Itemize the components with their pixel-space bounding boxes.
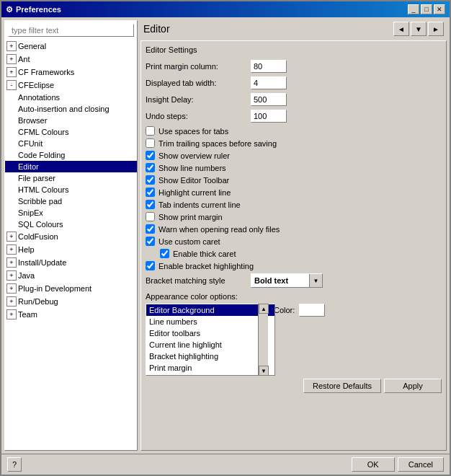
- window-icon: ⚙: [6, 5, 13, 14]
- help-button[interactable]: ?: [7, 457, 22, 472]
- sidebar-item-run-debug[interactable]: + Run/Debug: [5, 295, 137, 308]
- expand-icon[interactable]: -: [6, 80, 17, 90]
- checkbox-show-print-margin-input[interactable]: [146, 212, 155, 221]
- sidebar-item-label: Editor: [18, 162, 39, 171]
- field-input-undo-steps[interactable]: [251, 110, 287, 123]
- color-list[interactable]: Editor Background Line numbers Editor to…: [146, 304, 275, 376]
- appearance-area: Editor Background Line numbers Editor to…: [146, 304, 442, 376]
- checkbox-tab-indents-input[interactable]: [146, 200, 155, 209]
- sidebar-item-sql-colours[interactable]: SQL Colours: [5, 219, 137, 230]
- expand-icon[interactable]: +: [6, 257, 17, 268]
- list-item[interactable]: Line numbers: [146, 316, 274, 327]
- expand-icon[interactable]: +: [6, 54, 17, 64]
- field-row-print-margin: Print margin column:: [146, 60, 442, 73]
- list-item[interactable]: Editor Background: [146, 304, 274, 316]
- sidebar-item-java[interactable]: + Java: [5, 269, 137, 282]
- checkbox-bracket-highlighting-input[interactable]: [146, 261, 155, 270]
- field-input-print-margin[interactable]: [251, 60, 287, 73]
- sidebar-item-label: Run/Debug: [18, 297, 58, 306]
- checkbox-show-overview: Show overview ruler: [146, 151, 442, 160]
- checkbox-show-line-numbers-input[interactable]: [146, 163, 155, 172]
- ok-button[interactable]: OK: [352, 457, 395, 472]
- list-item[interactable]: Editor toolbars: [146, 327, 274, 339]
- apply-button[interactable]: Apply: [384, 379, 442, 393]
- expand-icon[interactable]: +: [6, 270, 17, 281]
- checkbox-use-spaces-input[interactable]: [146, 126, 155, 136]
- sidebar-item-file-parser[interactable]: File parser: [5, 172, 137, 184]
- scroll-down-button[interactable]: ▼: [259, 366, 269, 376]
- bracket-matching-select[interactable]: Bold text ▼: [251, 273, 323, 288]
- restore-defaults-button[interactable]: Restore Defaults: [303, 379, 381, 393]
- list-item[interactable]: Current line highlight: [146, 339, 274, 351]
- nav-dropdown-button[interactable]: ▼: [411, 22, 427, 36]
- minimize-button[interactable]: _: [408, 4, 419, 14]
- checkbox-trim-trailing-input[interactable]: [146, 138, 155, 148]
- sidebar-item-cf-frameworks[interactable]: + CF Frameworks: [5, 66, 137, 79]
- checkbox-show-editor-toolbar-input[interactable]: [146, 175, 155, 185]
- preferences-window: ⚙ Preferences _ □ ✕ + General: [0, 0, 451, 476]
- scrollbar[interactable]: ▲ ▼: [258, 304, 268, 376]
- sidebar-item-coldfusion[interactable]: + ColdFusion: [5, 230, 137, 243]
- checkbox-enable-thick-caret-input[interactable]: [160, 249, 169, 258]
- expand-icon[interactable]: +: [6, 296, 17, 307]
- field-input-insight-delay[interactable]: [251, 93, 287, 106]
- title-bar-buttons: _ □ ✕: [408, 4, 445, 14]
- list-item[interactable]: Bracket highlighting: [146, 351, 274, 362]
- sidebar-item-label: HTML Colours: [18, 185, 69, 194]
- sidebar-item-browser[interactable]: Browser: [5, 115, 137, 126]
- checkbox-use-custom-caret-input[interactable]: [146, 237, 155, 246]
- checkbox-warn-readonly-label: Warn when opening read only files: [158, 225, 280, 234]
- sidebar-item-code-folding[interactable]: Code Folding: [5, 149, 137, 161]
- sidebar-item-label: File parser: [18, 174, 55, 182]
- sidebar-item-html-colours[interactable]: HTML Colours: [5, 184, 137, 195]
- list-item[interactable]: Print margin: [146, 362, 274, 374]
- checkbox-show-overview-label: Show overview ruler: [158, 151, 230, 160]
- sidebar-item-team[interactable]: + Team: [5, 308, 137, 321]
- checkbox-warn-readonly-input[interactable]: [146, 224, 155, 234]
- scroll-up-button[interactable]: ▲: [259, 304, 269, 314]
- maximize-button[interactable]: □: [421, 4, 432, 14]
- sidebar-item-cfml-colours[interactable]: CFML Colours: [5, 126, 137, 138]
- sidebar-item-cfeclipse[interactable]: - CFEclipse: [5, 79, 137, 92]
- sidebar-item-label: Help: [18, 245, 35, 254]
- sidebar-item-plugin-dev[interactable]: + Plug-in Development: [5, 282, 137, 295]
- sidebar-item-annotations[interactable]: Annotations: [5, 92, 137, 103]
- close-button[interactable]: ✕: [434, 4, 445, 14]
- checkbox-use-custom-caret: Use custom caret: [146, 237, 442, 246]
- checkbox-highlight-current-input[interactable]: [146, 188, 155, 197]
- nav-forward-button[interactable]: ►: [428, 22, 444, 36]
- field-label-insight-delay: Insight Delay:: [146, 95, 246, 104]
- expand-icon[interactable]: +: [6, 67, 17, 77]
- checkbox-warn-readonly: Warn when opening read only files: [146, 224, 442, 234]
- color-swatch[interactable]: [299, 304, 325, 317]
- left-panel: + General + Ant +: [4, 20, 138, 451]
- sidebar-item-cfunit[interactable]: CFUnit: [5, 138, 137, 149]
- nav-back-button[interactable]: ◄: [393, 22, 409, 36]
- expand-icon[interactable]: +: [6, 244, 17, 255]
- sidebar-item-label: Scribble pad: [18, 197, 62, 206]
- field-row-tab-width: Displayed tab width:: [146, 76, 442, 89]
- sidebar-item-editor[interactable]: Editor: [5, 161, 137, 172]
- field-input-tab-width[interactable]: [251, 76, 287, 89]
- title-bar-left: ⚙ Preferences: [6, 5, 61, 14]
- checkbox-bracket-highlighting: Enable bracket highlighting: [146, 261, 442, 270]
- checkbox-show-overview-input[interactable]: [146, 151, 155, 160]
- expand-icon[interactable]: +: [6, 283, 17, 294]
- sidebar-item-ant[interactable]: + Ant: [5, 53, 137, 66]
- sidebar-item-help[interactable]: + Help: [5, 243, 137, 256]
- expand-icon[interactable]: +: [6, 232, 17, 242]
- sidebar-item-scribble-pad[interactable]: Scribble pad: [5, 195, 137, 207]
- sidebar-item-general[interactable]: + General: [5, 40, 137, 53]
- sidebar-item-snipex[interactable]: SnipEx: [5, 207, 137, 219]
- sidebar-item-label: Team: [18, 310, 37, 319]
- expand-icon[interactable]: +: [6, 309, 17, 319]
- field-row-undo-steps: Undo steps:: [146, 110, 442, 123]
- filter-input[interactable]: [8, 24, 134, 37]
- sidebar-item-auto-insertion[interactable]: Auto-insertion and closing: [5, 103, 137, 115]
- sidebar-item-install-update[interactable]: + Install/Update: [5, 256, 137, 269]
- sidebar-item-label: General: [18, 42, 46, 50]
- cancel-button[interactable]: Cancel: [398, 457, 444, 472]
- chevron-down-icon[interactable]: ▼: [309, 274, 322, 287]
- expand-icon[interactable]: +: [6, 41, 17, 51]
- checkbox-show-line-numbers: Show line numbers: [146, 163, 442, 172]
